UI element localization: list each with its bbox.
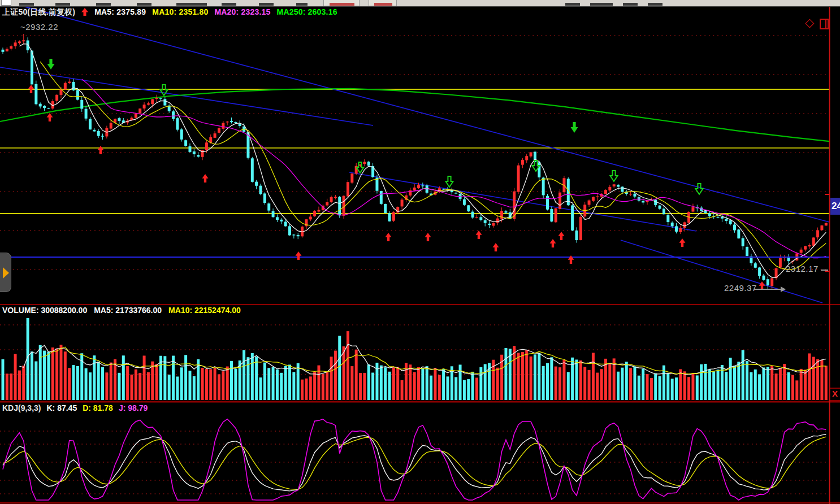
toolbar-button-label-fragment <box>330 3 354 6</box>
kdj-j-value: J: 98.79 <box>119 403 148 412</box>
level-pointer-dash <box>821 270 828 271</box>
low-price-label: 2249.37 <box>724 283 757 293</box>
menu-item-fragment[interactable] <box>222 3 236 6</box>
up-arrow-icon <box>81 7 88 16</box>
kdj-k-value: K: 87.45 <box>46 403 77 412</box>
volume-panel-header: VOLUME: 30088200.00MA5: 21733766.00MA10:… <box>2 306 248 315</box>
trading-terminal-window: 上证50(日线.前复权)MA5: 2375.89MA10: 2351.80MA2… <box>0 0 840 504</box>
close-indicator-icon[interactable]: X <box>832 389 838 398</box>
menubar-logo-box[interactable] <box>1 0 11 6</box>
ma10-value: MA10: 2351.80 <box>152 7 208 16</box>
peak-price-label: ~2932.22 <box>20 22 58 32</box>
low-pointer-arrowhead <box>781 286 786 292</box>
kdj-name: KDJ(9,3,3) <box>2 403 41 412</box>
symbol-title: 上证50(日线.前复权) <box>2 7 75 16</box>
menu-item-fragment[interactable] <box>648 3 663 6</box>
toolbar-button-fragment[interactable] <box>323 0 360 6</box>
main-chart-header: 上证50(日线.前复权)MA5: 2375.89MA10: 2351.80MA2… <box>2 7 344 18</box>
kdj-panel-header: KDJ(9,3,3)K: 87.45D: 81.78J: 98.79 <box>2 403 153 412</box>
diamond-icon[interactable]: ◇ <box>805 16 814 29</box>
volume-value: VOLUME: 30088200.00 <box>2 306 87 315</box>
menu-item-fragment[interactable] <box>19 3 34 6</box>
sidebar-expand-tab[interactable] <box>0 253 11 292</box>
menu-item-fragment[interactable] <box>623 3 638 6</box>
menu-item-fragment[interactable] <box>137 3 151 6</box>
last-price-badge: 24 <box>830 198 840 215</box>
menu-item-fragment[interactable] <box>590 3 613 6</box>
ma250-value: MA250: 2603.16 <box>277 7 337 16</box>
chart-canvas[interactable] <box>0 0 840 504</box>
menu-item-fragment[interactable] <box>259 3 274 6</box>
window-split-icon[interactable] <box>820 19 829 29</box>
volume-ma10-value: MA10: 22152474.00 <box>168 306 241 315</box>
toolbar-button-label-fragment <box>374 3 392 6</box>
toolbar-button-fragment[interactable] <box>369 0 397 6</box>
menu-item-fragment[interactable] <box>565 3 580 6</box>
expand-arrow-icon <box>3 267 9 279</box>
menu-item-fragment[interactable] <box>55 3 70 6</box>
menu-item-fragment[interactable] <box>176 3 207 6</box>
level-price-label: 2312.17 <box>786 264 819 273</box>
low-pointer-arrow <box>754 289 782 290</box>
volume-ma5-value: MA5: 21733766.00 <box>94 306 162 315</box>
menu-item-fragment[interactable] <box>96 3 111 6</box>
menu-item-fragment[interactable] <box>296 3 308 6</box>
kdj-d-value: D: 81.78 <box>83 403 113 412</box>
menubar <box>0 0 840 7</box>
ma5-value: MA5: 2375.89 <box>94 7 146 16</box>
ma20-value: MA20: 2323.15 <box>214 7 270 16</box>
